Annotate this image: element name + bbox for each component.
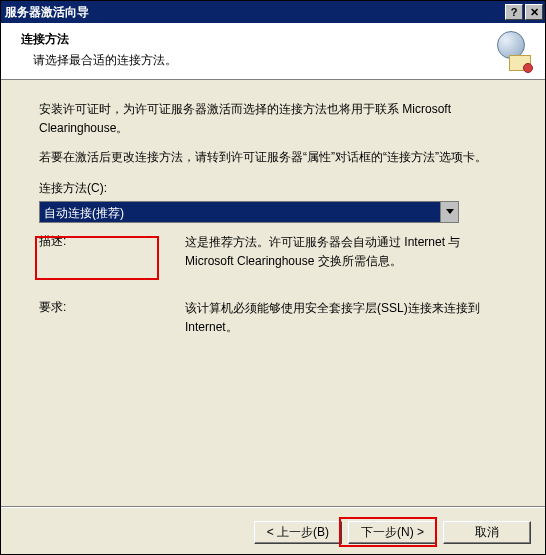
titlebar: 服务器激活向导 ? ✕ (1, 1, 545, 23)
requirement-text: 该计算机必须能够使用安全套接字层(SSL)连接来连接到 Internet。 (185, 299, 519, 337)
close-button[interactable]: ✕ (525, 4, 543, 20)
info-paragraph-2: 若要在激活后更改连接方法，请转到许可证服务器“属性”对话框的“连接方法”选项卡。 (39, 148, 511, 167)
description-row: 描述: 这是推荐方法。许可证服务器会自动通过 Internet 与 Micros… (39, 233, 519, 271)
requirement-row: 要求: 该计算机必须能够使用安全套接字层(SSL)连接来连接到 Internet… (39, 299, 519, 337)
connection-method-combo-wrap: 自动连接(推荐) (39, 201, 459, 223)
next-button[interactable]: 下一步(N) > (348, 521, 437, 544)
connection-method-combo[interactable]: 自动连接(推荐) (39, 201, 459, 223)
info-paragraph-1: 安装许可证时，为许可证服务器激活而选择的连接方法也将用于联系 Microsoft… (39, 100, 511, 138)
chevron-down-icon (446, 209, 454, 215)
requirement-label: 要求: (39, 299, 185, 337)
header-text: 连接方法 请选择最合适的连接方法。 (21, 31, 483, 69)
description-label: 描述: (39, 233, 185, 271)
header-icon (491, 31, 531, 71)
wizard-body: 安装许可证时，为许可证服务器激活而选择的连接方法也将用于联系 Microsoft… (1, 80, 545, 554)
wizard-header: 连接方法 请选择最合适的连接方法。 (1, 23, 545, 80)
back-button[interactable]: < 上一步(B) (254, 521, 342, 544)
separator (1, 506, 545, 508)
connection-method-label: 连接方法(C): (39, 180, 519, 197)
svg-marker-0 (446, 209, 454, 214)
cancel-button[interactable]: 取消 (443, 521, 531, 544)
description-text: 这是推荐方法。许可证服务器会自动通过 Internet 与 Microsoft … (185, 233, 519, 271)
wizard-footer: < 上一步(B) 下一步(N) > 取消 (1, 510, 545, 554)
help-button[interactable]: ? (505, 4, 523, 20)
wizard-window: 服务器激活向导 ? ✕ 连接方法 请选择最合适的连接方法。 安装许可证时，为许可… (0, 0, 546, 555)
combo-selected-value: 自动连接(推荐) (40, 202, 440, 222)
combo-dropdown-button[interactable] (440, 202, 458, 222)
certificate-icon (509, 55, 531, 71)
header-title: 连接方法 (21, 31, 483, 48)
header-subtitle: 请选择最合适的连接方法。 (33, 52, 483, 69)
window-title: 服务器激活向导 (5, 4, 503, 21)
